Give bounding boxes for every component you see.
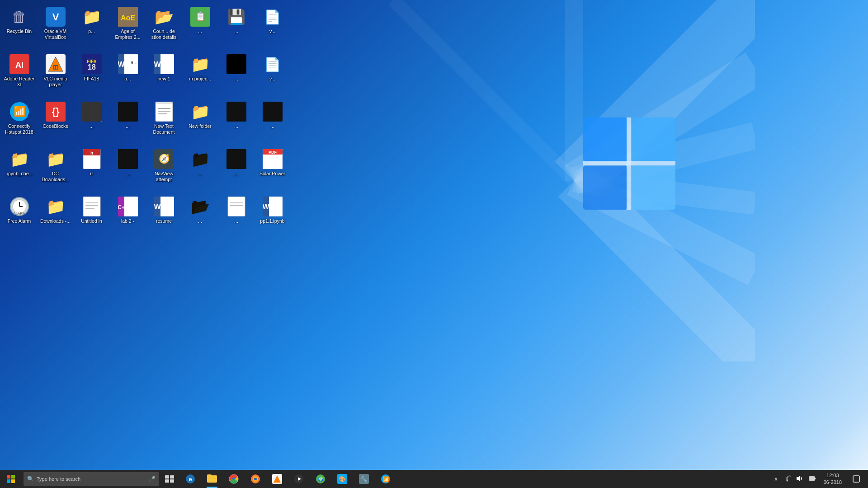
blacked-file-1-label: ... [234,76,238,82]
dc-downloads-label: DC Downloads... [40,171,71,182]
taskbar-firefox-icon[interactable] [245,470,266,488]
taskbar-ie-icon[interactable]: e [180,470,201,488]
word-blacked-4-img [118,149,138,169]
solar-power-label: Solar Power [259,171,285,177]
taskbar-vlc-icon[interactable] [267,470,288,488]
vlc-icon[interactable]: VLC media player [38,52,72,93]
svg-text:PDF: PDF [269,150,277,155]
taskbar-wifi-icon[interactable]: 📶 [375,470,396,488]
unknown-app-1-img: 📋 [190,7,210,27]
svg-rect-88 [165,479,169,483]
folder4-label: ... [198,218,202,224]
taskbar-browser2-icon[interactable]: 🌍 [310,470,331,488]
notification-center-button[interactable] [848,470,864,488]
lab2-cpp-icon[interactable]: C+ lab 2 - [111,194,145,235]
h-file-icon[interactable]: h rr [75,147,108,188]
dc-downloads-icon[interactable]: 📁 DC Downloads... [38,147,72,188]
codeblocks-img: {} [46,102,66,122]
taskbar: 🔍 Type here to search 🎤 e [0,470,868,488]
counter-details-icon[interactable]: 📂 Coun... de stlon details [147,5,181,45]
connectify-img: 📶 [9,102,29,122]
folder3-icon[interactable]: 📁 ... [183,147,217,188]
txt-blacked-icon[interactable]: ... [75,99,108,140]
folder4-img: 📂 [190,197,210,216]
word-blacked-icon[interactable]: ... [111,99,145,140]
untitled-icon[interactable]: Untitled in [75,194,108,235]
svg-text:C+: C+ [118,204,125,211]
tray-volume-icon[interactable] [795,474,805,484]
oracle-vm-label: Oracle VM VirtualBox [40,28,71,40]
ipynb-folder-icon[interactable]: 📁 .ipynb_che... [2,147,36,188]
search-bar[interactable]: 🔍 Type here to search 🎤 [24,472,159,486]
new-text-document-icon[interactable]: New Text Document [147,99,181,140]
pp1-ipynb-icon[interactable]: ... [219,194,253,235]
clock-display[interactable]: 12:03 06-2018 [820,470,845,488]
age-of-empires-img: AoE [118,7,138,27]
v-doc-1-icon[interactable]: 📄 v... [255,5,289,45]
svg-rect-42 [82,102,102,122]
taskbar-chrome-icon[interactable] [223,470,244,488]
zip-blacked-icon[interactable]: ... [219,99,253,140]
show-hidden-icons-button[interactable]: ∧ [773,474,779,483]
taskbar-media-icon[interactable] [288,470,309,488]
task-view-button[interactable] [161,470,178,488]
new-folder-icon[interactable]: 📁 New folder [183,99,217,140]
unknown-app-1-icon[interactable]: 📋 ... [183,5,217,45]
folder-mproject-icon[interactable]: 📁 m projec... [183,52,217,93]
search-icon: 🔍 [27,476,34,482]
fifa18-icon[interactable]: FIFA18 FIFA18 [75,52,108,93]
codeblocks-label: CodeBlocks [42,123,68,129]
txt-blacked-label: ... [90,123,94,129]
solar-power-img: PDF [263,149,283,169]
taskbar-paint-icon[interactable]: 🎨 [332,470,353,488]
svg-rect-94 [207,478,217,479]
age-of-empires-icon[interactable]: AoE Age of Empires 2... [111,5,145,45]
resume-icon[interactable]: W resume [147,194,181,235]
recycle-bin-icon[interactable]: 🗑 Recycle Bin [2,5,36,45]
folder3-label: ... [198,171,202,177]
folder-p-icon[interactable]: 📁 p... [75,5,108,45]
svg-text:V: V [52,11,59,23]
word-blacked-4-icon[interactable]: ... [111,147,145,188]
svg-rect-24 [53,65,58,70]
svg-rect-83 [11,475,15,479]
zip-blacked-img [226,102,246,122]
v-doc-2-icon[interactable]: 📄 v... [255,52,289,93]
taskbar-tool-icon[interactable]: 🔧 [354,470,374,488]
floppy-icon[interactable]: 💾 ... [219,5,253,45]
folder-mproject-label: m projec... [189,76,211,82]
solar-power-icon[interactable]: PDF Solar Power [255,147,289,188]
oracle-vm-icon[interactable]: V Oracle VM VirtualBox [38,5,72,45]
taskbar-explorer-icon[interactable] [202,470,222,488]
pdf-blacked-icon[interactable]: ... [255,99,289,140]
downloads-folder-img: 📁 [46,197,66,216]
nanoscience-icon[interactable]: W pp1.1.ipynb [255,194,289,235]
word-blacked-5-img [226,149,246,169]
adobe-reader-img: Ai [9,54,29,74]
svg-text:🔧: 🔧 [360,475,368,483]
vlc-img [46,54,66,74]
svg-text:18: 18 [88,63,96,71]
free-alarm-icon[interactable]: ALARM Free Alarm [2,194,36,235]
tray-battery-icon[interactable] [807,474,817,484]
connectify-icon[interactable]: 📶 Connectify Hotspot 2018 [2,99,36,140]
word-blacked-5-icon[interactable]: ... [219,147,253,188]
recycle-bin-label: Recycle Bin [7,28,32,34]
tray-network-icon[interactable] [782,474,792,484]
blacked-file-1-icon[interactable]: ... [219,52,253,93]
start-button[interactable] [0,470,22,488]
adobe-reader-icon[interactable]: Ai Adobe Reader XI [2,52,36,93]
svg-rect-66 [83,197,100,216]
codeblocks-icon[interactable]: {} CodeBlocks [38,99,72,140]
downloads-folder-icon[interactable]: 📁 Downloads -... [38,194,72,235]
folder4-icon[interactable]: 📂 ... [183,194,217,235]
svg-rect-43 [118,102,138,122]
navview-icon[interactable]: 🧭 NavView attempt [147,147,181,188]
pp1-ipynb-img [226,197,246,216]
new1-word-icon[interactable]: W new 1 [147,52,181,93]
word-a-icon[interactable]: Wa... a... [111,52,145,93]
floppy-label: ... [234,28,238,34]
folder-p-img: 📁 [82,7,102,27]
dc-downloads-img: 📁 [46,149,66,169]
counter-details-img: 📂 [154,7,174,27]
